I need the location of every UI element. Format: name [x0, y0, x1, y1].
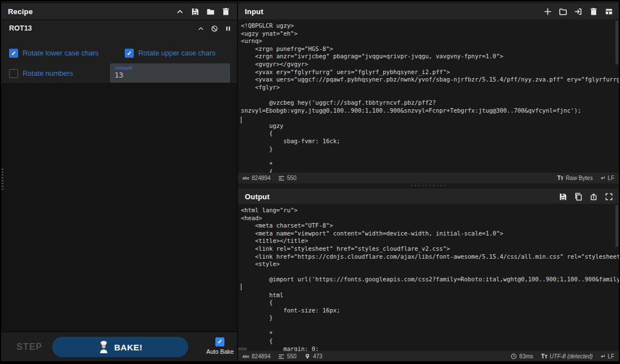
input-header: Input: [238, 3, 619, 19]
checkbox-icon: ✓: [9, 69, 18, 78]
checkbox-label: Rotate numbers: [23, 70, 73, 78]
output-editor[interactable]: <html lang="ru"> <head> <meta charset="U…: [238, 204, 619, 351]
check-mark-icon: ✓: [217, 339, 222, 345]
output-horizontal-scrollbar[interactable]: [238, 348, 247, 350]
input-line-count: 550: [278, 175, 296, 181]
line-count-icon: [278, 175, 284, 181]
checkbox-icon: ✓: [9, 49, 18, 58]
output-line-count: 550: [278, 353, 296, 359]
output-vertical-scrollbar[interactable]: [615, 205, 618, 247]
output-header: Output: [238, 189, 619, 204]
recipe-title: Recipe: [8, 7, 33, 16]
checkbox-rotate-lower[interactable]: ✓ Rotate lower case chars: [9, 49, 99, 58]
input-eol-selector[interactable]: ↵LF: [601, 175, 614, 181]
output-text-cursor: [241, 284, 241, 290]
io-splitter[interactable]: ··········: [238, 183, 619, 189]
recipe-header: Recipe: [1, 3, 237, 19]
input-char-count: abc824894: [243, 175, 270, 181]
clear-io-icon[interactable]: [589, 7, 598, 16]
chevron-up-icon[interactable]: [176, 7, 184, 16]
input-encoding-selector[interactable]: TᴛRaw Bytes: [557, 175, 593, 181]
output-code[interactable]: <html lang="ru"> <head> <meta charset="U…: [238, 204, 619, 351]
splitter-grip-dots: ··········: [410, 185, 447, 187]
clock-icon: [511, 353, 517, 359]
location-pin-icon: [304, 353, 311, 359]
operation-title: ROT13: [9, 24, 32, 32]
text-encoding-icon: Tᴛ: [541, 353, 547, 359]
operations-drawer-handle[interactable]: [2, 169, 3, 191]
output-title: Output: [245, 192, 270, 201]
chef-icon: [98, 341, 109, 353]
output-status-bar: abc824894 550 473 83ms TᴛUTF-8 (detected…: [238, 351, 619, 361]
maximise-output-icon[interactable]: [605, 192, 613, 201]
output-eol-selector[interactable]: ↵LF: [601, 353, 614, 359]
auto-bake-label: Auto Bake: [206, 348, 233, 355]
operation-icons: [197, 24, 232, 33]
amount-label: Amount: [114, 65, 226, 71]
step-button[interactable]: STEP: [16, 342, 43, 352]
breakpoint-pause-icon[interactable]: [224, 24, 232, 33]
input-status-bar: abc824894 550 TᴛRaw Bytes ↵LF: [238, 173, 619, 183]
bake-button[interactable]: BAKE!: [52, 337, 188, 357]
input-vertical-scrollbar[interactable]: [615, 20, 618, 65]
output-header-icons: [559, 192, 613, 201]
amount-value[interactable]: 13: [114, 71, 226, 80]
io-column: Input <!QBPGLCR ugzy> <ugzy ynat="eh"> <…: [238, 1, 619, 361]
checkbox-rotate-upper[interactable]: ✓ Rotate upper case chars: [125, 49, 215, 58]
open-file-icon[interactable]: [574, 7, 583, 16]
copy-output-icon[interactable]: [574, 192, 583, 201]
add-input-icon[interactable]: [543, 7, 552, 16]
auto-bake-checkbox-icon[interactable]: ✓: [215, 337, 224, 346]
open-folder-icon[interactable]: [559, 7, 567, 16]
char-count-icon: abc: [243, 354, 249, 358]
bake-label: BAKE!: [114, 342, 143, 352]
recipe-header-icons: [176, 7, 230, 16]
checkbox-rotate-numbers[interactable]: ✓ Rotate numbers: [9, 69, 73, 78]
output-encoding-selector[interactable]: TᴛUTF-8 (detected): [541, 353, 593, 359]
bake-time: 83ms: [511, 353, 533, 359]
save-output-icon[interactable]: [559, 192, 567, 201]
input-editor[interactable]: <!QBPGLCR ugzy> <ugzy ynat="eh"> <urnq> …: [238, 19, 619, 173]
recipe-list: ROT13 ✓ Rotate lower case chars ✓ Rotat: [1, 20, 237, 331]
checkbox-label: Rotate lower case chars: [23, 49, 99, 57]
tab-layout-icon[interactable]: [605, 7, 613, 16]
line-count-icon: [278, 353, 284, 359]
text-encoding-icon: Tᴛ: [557, 175, 563, 181]
load-recipe-icon[interactable]: [206, 7, 215, 16]
operation-rot13[interactable]: ROT13 ✓ Rotate lower case chars ✓ Rotat: [1, 20, 237, 84]
operation-header: ROT13: [1, 20, 237, 36]
char-count-icon: abc: [243, 176, 249, 180]
input-code[interactable]: <!QBPGLCR ugzy> <ugzy ynat="eh"> <urnq> …: [238, 19, 619, 173]
input-title: Input: [245, 7, 264, 16]
line-ending-icon: ↵: [601, 175, 605, 181]
disable-op-icon[interactable]: [210, 24, 219, 33]
replace-input-icon[interactable]: [589, 192, 598, 201]
output-char-count: abc824894: [243, 353, 270, 359]
auto-bake-toggle[interactable]: ✓ Auto Bake: [206, 336, 233, 355]
check-mark-icon: ✓: [126, 50, 131, 57]
input-text-cursor: [241, 117, 241, 123]
output-cursor-position: 473: [304, 353, 322, 359]
bake-bar: STEP BAKE! ✓ Auto Bake: [1, 331, 237, 361]
clear-recipe-icon[interactable]: [222, 7, 230, 16]
line-ending-icon: ↵: [601, 353, 605, 359]
checkbox-icon: ✓: [125, 49, 134, 58]
cyberchef-app: Recipe ROT13: [0, 0, 620, 364]
save-recipe-icon[interactable]: [191, 7, 199, 16]
check-mark-icon: ✓: [11, 50, 16, 57]
recipe-panel: Recipe ROT13: [1, 1, 237, 361]
input-header-icons: [543, 7, 613, 16]
chevron-up-icon[interactable]: [197, 24, 205, 33]
checkbox-label: Rotate upper case chars: [138, 49, 215, 57]
amount-field[interactable]: Amount 13: [110, 63, 230, 83]
